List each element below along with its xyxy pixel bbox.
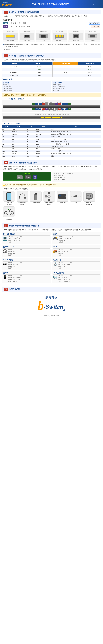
pid-a2: A2 <box>2 130 11 133</box>
dim-3-size: 针距 0.5mm <box>36 40 50 41</box>
pname-a9: VBUS <box>11 148 26 150</box>
pid-b2: B11 <box>26 130 36 133</box>
device-row-2: 无线耳机/Smart Phone 🎧 接口类型：USB Type-C 母座 传输… <box>2 245 101 257</box>
pin-rx1p: RX1+ <box>64 108 68 110</box>
vr-spec-3: 额定电流：5A (USB PD) <box>58 279 72 280</box>
dimension-diagrams-row: SMT型正视图 8.65×2.56mm SMT型侧视图 <box>2 30 101 43</box>
app-item-ssd: SSD External SSD <box>56 191 68 205</box>
pin-sbu1: SBU1 <box>54 108 58 110</box>
pdesc-11: SuperSpeed差分对(RX)，TK，正 <box>51 152 101 155</box>
svg-rect-14 <box>57 35 58 37</box>
pid-a10: A10 <box>2 150 11 152</box>
pin-vbus-a4: VBUS <box>58 103 62 105</box>
pin-tx2n: TX2- <box>38 108 42 110</box>
pin-row-a2: A2 SSTXp1 B11 SSRXp1 SuperSpeed差分对(TX)，T… <box>2 130 101 133</box>
pin-vbus-b9: VBUS <box>58 108 61 110</box>
pdesc-2: SuperSpeed差分对(TX)，TK，正 <box>51 130 101 133</box>
svg-rect-15 <box>58 35 60 37</box>
pdesc-7: USB 2.0差分对(position 2)，负 <box>51 143 101 145</box>
device-recommendation-section: 笔记本电脑/平板电脑 💻 接口类型：USB Type-C 母座 传输标准：USB… <box>2 232 101 285</box>
table-row-usb31: USB 3.1 支持 支持 <box>2 68 101 71</box>
laptop-spec-3: 额定电流：5A (USB PD) <box>8 240 22 241</box>
pid-a3: A3 <box>2 133 11 136</box>
app-label-ssd: External SSD <box>59 202 66 204</box>
dim-drawing-4: 复合型正视图 8.65×3.12mm <box>52 30 68 42</box>
usb31-usb31: 支持 <box>26 68 52 71</box>
app-img-ssd: SSD <box>57 191 68 202</box>
svg-point-40 <box>35 193 36 194</box>
dim-5-img <box>69 33 83 40</box>
svg-point-65 <box>90 195 91 196</box>
svg-rect-31 <box>7 193 11 200</box>
pin-tx1n: TX1- <box>62 103 64 105</box>
pin-row-a4: A4 VBUS B4 VBUS 总线电源，12 <box>2 136 101 138</box>
svg-point-41 <box>36 193 37 194</box>
pname-b10: SSRXn1 <box>36 133 51 136</box>
section-4-bullet: USB Type-C连接器插座在使用时，不建议将插座的C-Switch插座件与电… <box>3 228 101 231</box>
svg-point-32 <box>8 200 9 200</box>
testdev-specs: 接口类型：USB Type-C 母座 传输标准：USB 2.0/3.0 额定电流… <box>58 262 72 269</box>
double-layer-label: ▲ 双层型 <box>4 48 100 50</box>
vr-icon: 🥽 <box>53 275 57 282</box>
testdev-spec-4: 推荐型号：USB 2.0/3.0 <box>58 267 72 269</box>
vr-spec-1: 接口类型：USB Type-C 母座 <box>58 275 72 277</box>
svg-rect-8 <box>25 36 26 37</box>
pname-b2b: SSTXp2 <box>36 152 51 155</box>
section-3-bullet2: 应用于TYPE-C连接器插座的使用场合： <box>3 188 101 190</box>
application-grid: Water ProofSmart Phone Wireless HeadPhon… <box>2 190 101 221</box>
pin-note-text: • USB Type-C的引脚TYPE-CB1引脚定义。引脚24个，其中12个。 <box>3 94 47 96</box>
connector-body <box>3 105 100 108</box>
device-card-ula: ULA/AR VR眼镜 🕶️ 接口类型：USB Type-C 母座 传输标准：U… <box>2 258 51 270</box>
section-2-title: USB Type-C连接器插座传输标准与引脚定义 <box>9 54 44 57</box>
smartphonesec-spec-4: 推荐型号：USB 3.0 <box>8 280 22 282</box>
radio-card-title: 对讲机 <box>53 246 100 248</box>
laptop-card-title: 笔记本电脑/平板电脑 <box>2 233 50 236</box>
pin-cc2: CC2 <box>45 108 48 110</box>
pin-dm-a7: D- <box>49 103 52 105</box>
complex-spec: 复合型 规格 <box>91 25 100 28</box>
pname-b4: VBUS <box>36 136 51 138</box>
pid-a7: A7 <box>2 143 11 145</box>
dim-6-img <box>86 33 100 40</box>
app-item-drone: Drone <box>70 191 82 205</box>
svg-rect-5 <box>12 36 14 37</box>
laptop-spec-4: 推荐型号：USB 3.1 <box>8 241 22 243</box>
section-1-num: 一 <box>4 11 8 14</box>
device-examples-row: 笔记本电脑 电脑类型产品HDD 硬盘传输USB 2.0接口标准USB 3.0接口… <box>2 81 101 92</box>
dim-1-size: 8.65×2.56mm <box>4 40 18 41</box>
device-card-testdev: 行业测试仪器 🔬 接口类型：USB Type-C 母座 传输标准：USB 2.0… <box>52 258 101 270</box>
smt-desc: → 贴片焊接 → 检验 → 测试 <box>9 22 26 24</box>
top-pins: GND RX2+ RX2- VBUS SBU2 D- D+ CC1 VBUS T… <box>3 103 100 105</box>
pin-rx1n: RX1- <box>62 108 64 110</box>
device-row-3: ULA/AR VR眼镜 🕶️ 接口类型：USB Type-C 母座 传输标准：U… <box>2 258 101 270</box>
app-item-smartphone: Water ProofSmart Phone <box>3 191 15 205</box>
app-label-junctionbox: Water ProofJunction box <box>86 202 93 205</box>
app-label-headphone: Wireless HeadPhone <box>18 202 26 205</box>
receptacle-body <box>3 116 100 119</box>
dim-1-title: SMT型正视图 <box>4 31 18 32</box>
testdev-spec-1: 接口类型：USB Type-C 母座 <box>58 262 72 264</box>
header-website: www.dg-switch.com <box>89 3 101 5</box>
tb3-usb31: 支持 <box>26 71 52 74</box>
device-card-smartphonesec: 智能手机 📱 接口类型：USB Type-C 母座 传输标准：USB3.1™ G… <box>2 271 51 283</box>
pdesc-1: 接地 <box>51 128 101 130</box>
laptop-spec-1: 接口类型：USB Type-C 母座 <box>8 236 22 238</box>
top-header-bar: 品赞科技 b-Switch USB Type-C 连接器产品规格与设计指南 ww… <box>0 0 103 8</box>
pdesc-12: 接地 <box>51 155 101 158</box>
section-4-num: 四 <box>4 224 8 227</box>
dim-drawing-6: 复合型底视图 针距 0.5mm <box>85 30 100 42</box>
svg-rect-52 <box>59 195 61 196</box>
page-wrapper: 品赞科技 b-Switch USB Type-C 连接器产品规格与设计指南 ww… <box>0 0 103 320</box>
laptop-specs: 接口类型：USB Type-C 母座 传输标准：USB3.1™ Gen2 额定电… <box>8 236 22 243</box>
pdesc-10: SuperSpeed差分对(RX)，TK，负 <box>51 150 101 152</box>
radio-icon: 📻 <box>53 249 57 256</box>
brand-divider <box>8 313 96 313</box>
svg-rect-33 <box>8 192 10 193</box>
pin-note: • USB Type-C的引脚TYPE-CB1引脚定义。引脚24个，其中12个。 <box>2 93 101 97</box>
pid-b2b: B2 <box>26 152 36 155</box>
gaming-spec-2: 传输标准：USB3.1™ Gen1 <box>58 238 73 240</box>
section-2-bullet: 品赞科技各种特性传输标准的产品，可以根据手动产品标准和使用设备的例外。 <box>3 59 101 61</box>
pcb-note-4: • 插拔寿命：≥10000次 <box>53 179 99 181</box>
pname-a12: GND <box>11 155 26 158</box>
rcpt-pin-6 <box>50 117 52 118</box>
